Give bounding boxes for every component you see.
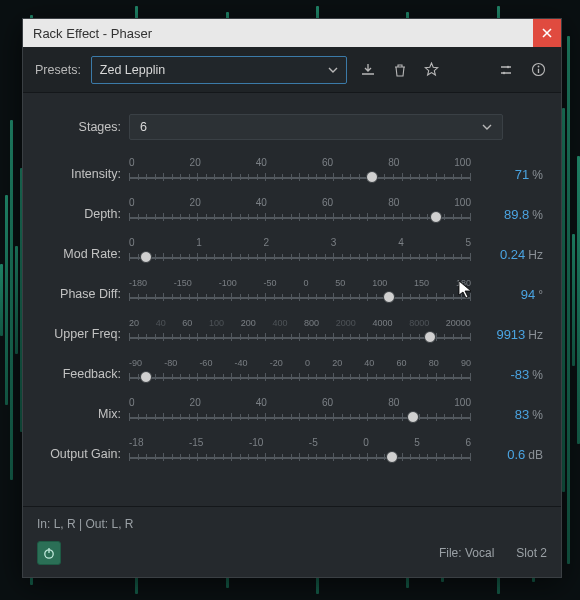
stages-dropdown[interactable]: 6 bbox=[129, 114, 503, 140]
slider[interactable]: 020406080100 bbox=[129, 157, 471, 191]
slider-thumb[interactable] bbox=[366, 171, 378, 183]
param-label: Mod Rate: bbox=[41, 247, 121, 261]
info-icon bbox=[531, 62, 546, 77]
param-value: 94° bbox=[483, 287, 543, 302]
param-label: Mix: bbox=[41, 407, 121, 421]
slider-thumb[interactable] bbox=[430, 211, 442, 223]
channel-toggle-button[interactable] bbox=[495, 59, 517, 81]
param-value: 0.24Hz bbox=[483, 247, 543, 262]
param-value: 9913Hz bbox=[483, 327, 543, 342]
cursor-pointer-icon bbox=[458, 280, 474, 300]
chevron-down-icon bbox=[328, 65, 338, 75]
trash-icon bbox=[393, 63, 407, 77]
close-button[interactable] bbox=[533, 19, 561, 47]
slider[interactable]: -180-150-100-50050100150180 bbox=[129, 277, 471, 311]
preset-selected: Zed Lepplin bbox=[100, 63, 165, 77]
param-row: Intensity:02040608010071% bbox=[41, 154, 543, 194]
slider-thumb[interactable] bbox=[407, 411, 419, 423]
delete-preset-button[interactable] bbox=[389, 59, 411, 81]
param-label: Depth: bbox=[41, 207, 121, 221]
slider-thumb[interactable] bbox=[424, 331, 436, 343]
param-row: Feedback:-90-80-60-40-2002040608090-83% bbox=[41, 354, 543, 394]
slider-thumb[interactable] bbox=[386, 451, 398, 463]
slider[interactable]: -18-15-10-5056 bbox=[129, 437, 471, 471]
stages-value: 6 bbox=[140, 120, 147, 134]
star-icon bbox=[424, 62, 439, 77]
slider[interactable]: 020406080100 bbox=[129, 397, 471, 431]
param-row: Upper Freq:20406010020040080020004000800… bbox=[41, 314, 543, 354]
param-value: 0.6dB bbox=[483, 447, 543, 462]
power-icon bbox=[42, 546, 56, 560]
slider-thumb[interactable] bbox=[140, 251, 152, 263]
save-preset-icon bbox=[360, 63, 376, 77]
stages-label: Stages: bbox=[41, 120, 121, 134]
close-icon bbox=[542, 28, 552, 38]
presets-label: Presets: bbox=[35, 63, 81, 77]
param-label: Phase Diff: bbox=[41, 287, 121, 301]
stages-row: Stages: 6 bbox=[41, 107, 543, 147]
file-label: File: Vocal bbox=[439, 546, 494, 560]
info-button[interactable] bbox=[527, 59, 549, 81]
param-row: Mod Rate:0123450.24Hz bbox=[41, 234, 543, 274]
param-label: Intensity: bbox=[41, 167, 121, 181]
slider[interactable]: 012345 bbox=[129, 237, 471, 271]
toggle-icon bbox=[498, 63, 514, 77]
param-value: 89.8% bbox=[483, 207, 543, 222]
slider[interactable]: 20406010020040080020004000800020000 bbox=[129, 317, 471, 351]
param-row: Depth:02040608010089.8% bbox=[41, 194, 543, 234]
param-row: Output Gain:-18-15-10-50560.6dB bbox=[41, 434, 543, 474]
window-title: Rack Effect - Phaser bbox=[33, 26, 152, 41]
slot-label: Slot 2 bbox=[516, 546, 547, 560]
svg-point-1 bbox=[503, 71, 505, 73]
param-label: Upper Freq: bbox=[41, 327, 121, 341]
favorite-button[interactable] bbox=[421, 59, 443, 81]
slider[interactable]: -90-80-60-40-2002040608090 bbox=[129, 357, 471, 391]
slider[interactable]: 020406080100 bbox=[129, 197, 471, 231]
param-label: Feedback: bbox=[41, 367, 121, 381]
param-row: Mix:02040608010083% bbox=[41, 394, 543, 434]
params-panel: Stages: 6 Intensity:02040608010071%Depth… bbox=[23, 93, 561, 506]
param-value: 71% bbox=[483, 167, 543, 182]
svg-point-3 bbox=[537, 66, 539, 68]
save-preset-button[interactable] bbox=[357, 59, 379, 81]
power-button[interactable] bbox=[37, 541, 61, 565]
param-value: 83% bbox=[483, 407, 543, 422]
chevron-down-icon bbox=[482, 122, 492, 132]
slider-thumb[interactable] bbox=[140, 371, 152, 383]
footer: In: L, R | Out: L, R File: Vocal Slot 2 bbox=[23, 506, 561, 577]
slider-thumb[interactable] bbox=[383, 291, 395, 303]
preset-dropdown[interactable]: Zed Lepplin bbox=[91, 56, 347, 84]
toolbar: Presets: Zed Lepplin bbox=[23, 47, 561, 93]
param-label: Output Gain: bbox=[41, 447, 121, 461]
titlebar: Rack Effect - Phaser bbox=[23, 19, 561, 47]
io-text: In: L, R | Out: L, R bbox=[37, 517, 547, 531]
svg-point-0 bbox=[507, 65, 509, 67]
param-value: -83% bbox=[483, 367, 543, 382]
effect-window: Rack Effect - Phaser Presets: Zed Leppli… bbox=[22, 18, 562, 578]
